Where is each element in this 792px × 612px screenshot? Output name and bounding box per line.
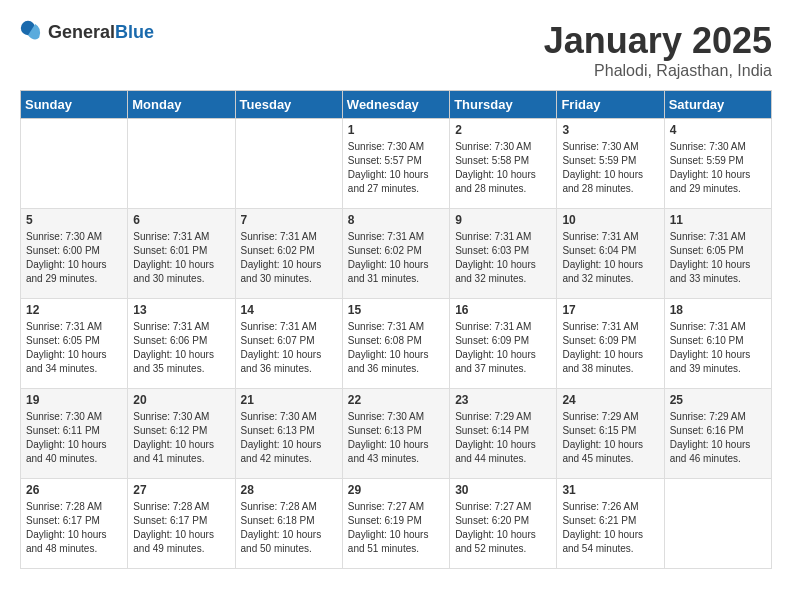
day-info: Sunrise: 7:30 AM Sunset: 5:58 PM Dayligh…: [455, 140, 551, 196]
day-info: Sunrise: 7:29 AM Sunset: 6:14 PM Dayligh…: [455, 410, 551, 466]
title-area: January 2025 Phalodi, Rajasthan, India: [544, 20, 772, 80]
calendar-week-row: 12Sunrise: 7:31 AM Sunset: 6:05 PM Dayli…: [21, 299, 772, 389]
day-info: Sunrise: 7:26 AM Sunset: 6:21 PM Dayligh…: [562, 500, 658, 556]
day-info: Sunrise: 7:30 AM Sunset: 6:12 PM Dayligh…: [133, 410, 229, 466]
day-info: Sunrise: 7:31 AM Sunset: 6:04 PM Dayligh…: [562, 230, 658, 286]
day-info: Sunrise: 7:29 AM Sunset: 6:16 PM Dayligh…: [670, 410, 766, 466]
calendar-table: SundayMondayTuesdayWednesdayThursdayFrid…: [20, 90, 772, 569]
day-info: Sunrise: 7:27 AM Sunset: 6:19 PM Dayligh…: [348, 500, 444, 556]
weekday-header-wednesday: Wednesday: [342, 91, 449, 119]
calendar-cell: 31Sunrise: 7:26 AM Sunset: 6:21 PM Dayli…: [557, 479, 664, 569]
day-info: Sunrise: 7:31 AM Sunset: 6:02 PM Dayligh…: [348, 230, 444, 286]
calendar-cell: 28Sunrise: 7:28 AM Sunset: 6:18 PM Dayli…: [235, 479, 342, 569]
day-info: Sunrise: 7:31 AM Sunset: 6:03 PM Dayligh…: [455, 230, 551, 286]
day-number: 30: [455, 483, 551, 497]
day-info: Sunrise: 7:28 AM Sunset: 6:17 PM Dayligh…: [26, 500, 122, 556]
calendar-cell: [21, 119, 128, 209]
calendar-cell: 18Sunrise: 7:31 AM Sunset: 6:10 PM Dayli…: [664, 299, 771, 389]
day-number: 9: [455, 213, 551, 227]
day-info: Sunrise: 7:27 AM Sunset: 6:20 PM Dayligh…: [455, 500, 551, 556]
day-number: 5: [26, 213, 122, 227]
day-info: Sunrise: 7:29 AM Sunset: 6:15 PM Dayligh…: [562, 410, 658, 466]
day-number: 27: [133, 483, 229, 497]
calendar-subtitle: Phalodi, Rajasthan, India: [544, 62, 772, 80]
day-info: Sunrise: 7:30 AM Sunset: 5:59 PM Dayligh…: [670, 140, 766, 196]
day-number: 11: [670, 213, 766, 227]
weekday-header-row: SundayMondayTuesdayWednesdayThursdayFrid…: [21, 91, 772, 119]
calendar-cell: 11Sunrise: 7:31 AM Sunset: 6:05 PM Dayli…: [664, 209, 771, 299]
calendar-cell: 13Sunrise: 7:31 AM Sunset: 6:06 PM Dayli…: [128, 299, 235, 389]
day-number: 3: [562, 123, 658, 137]
logo: GeneralBlue: [20, 20, 154, 44]
calendar-cell: 29Sunrise: 7:27 AM Sunset: 6:19 PM Dayli…: [342, 479, 449, 569]
day-number: 14: [241, 303, 337, 317]
weekday-header-friday: Friday: [557, 91, 664, 119]
calendar-cell: 16Sunrise: 7:31 AM Sunset: 6:09 PM Dayli…: [450, 299, 557, 389]
day-info: Sunrise: 7:31 AM Sunset: 6:06 PM Dayligh…: [133, 320, 229, 376]
day-info: Sunrise: 7:30 AM Sunset: 6:13 PM Dayligh…: [348, 410, 444, 466]
calendar-cell: 8Sunrise: 7:31 AM Sunset: 6:02 PM Daylig…: [342, 209, 449, 299]
calendar-cell: 9Sunrise: 7:31 AM Sunset: 6:03 PM Daylig…: [450, 209, 557, 299]
calendar-cell: 26Sunrise: 7:28 AM Sunset: 6:17 PM Dayli…: [21, 479, 128, 569]
logo-text-general: General: [48, 22, 115, 42]
day-info: Sunrise: 7:28 AM Sunset: 6:17 PM Dayligh…: [133, 500, 229, 556]
calendar-cell: 6Sunrise: 7:31 AM Sunset: 6:01 PM Daylig…: [128, 209, 235, 299]
day-number: 15: [348, 303, 444, 317]
day-info: Sunrise: 7:28 AM Sunset: 6:18 PM Dayligh…: [241, 500, 337, 556]
calendar-cell: 14Sunrise: 7:31 AM Sunset: 6:07 PM Dayli…: [235, 299, 342, 389]
calendar-cell: 1Sunrise: 7:30 AM Sunset: 5:57 PM Daylig…: [342, 119, 449, 209]
day-number: 7: [241, 213, 337, 227]
day-info: Sunrise: 7:31 AM Sunset: 6:10 PM Dayligh…: [670, 320, 766, 376]
day-info: Sunrise: 7:31 AM Sunset: 6:09 PM Dayligh…: [562, 320, 658, 376]
day-number: 23: [455, 393, 551, 407]
calendar-cell: 27Sunrise: 7:28 AM Sunset: 6:17 PM Dayli…: [128, 479, 235, 569]
day-info: Sunrise: 7:31 AM Sunset: 6:05 PM Dayligh…: [26, 320, 122, 376]
calendar-cell: 7Sunrise: 7:31 AM Sunset: 6:02 PM Daylig…: [235, 209, 342, 299]
calendar-week-row: 1Sunrise: 7:30 AM Sunset: 5:57 PM Daylig…: [21, 119, 772, 209]
calendar-cell: 12Sunrise: 7:31 AM Sunset: 6:05 PM Dayli…: [21, 299, 128, 389]
day-number: 10: [562, 213, 658, 227]
calendar-cell: 19Sunrise: 7:30 AM Sunset: 6:11 PM Dayli…: [21, 389, 128, 479]
day-info: Sunrise: 7:30 AM Sunset: 5:59 PM Dayligh…: [562, 140, 658, 196]
day-number: 13: [133, 303, 229, 317]
calendar-cell: 24Sunrise: 7:29 AM Sunset: 6:15 PM Dayli…: [557, 389, 664, 479]
day-info: Sunrise: 7:30 AM Sunset: 5:57 PM Dayligh…: [348, 140, 444, 196]
page-header: GeneralBlue January 2025 Phalodi, Rajast…: [20, 20, 772, 80]
day-number: 4: [670, 123, 766, 137]
day-info: Sunrise: 7:31 AM Sunset: 6:02 PM Dayligh…: [241, 230, 337, 286]
day-number: 24: [562, 393, 658, 407]
calendar-cell: 25Sunrise: 7:29 AM Sunset: 6:16 PM Dayli…: [664, 389, 771, 479]
calendar-cell: 20Sunrise: 7:30 AM Sunset: 6:12 PM Dayli…: [128, 389, 235, 479]
calendar-cell: 30Sunrise: 7:27 AM Sunset: 6:20 PM Dayli…: [450, 479, 557, 569]
day-number: 8: [348, 213, 444, 227]
weekday-header-sunday: Sunday: [21, 91, 128, 119]
calendar-cell: 21Sunrise: 7:30 AM Sunset: 6:13 PM Dayli…: [235, 389, 342, 479]
day-number: 28: [241, 483, 337, 497]
day-number: 16: [455, 303, 551, 317]
day-info: Sunrise: 7:31 AM Sunset: 6:08 PM Dayligh…: [348, 320, 444, 376]
calendar-cell: [664, 479, 771, 569]
day-info: Sunrise: 7:30 AM Sunset: 6:11 PM Dayligh…: [26, 410, 122, 466]
logo-text-blue: Blue: [115, 22, 154, 42]
day-number: 21: [241, 393, 337, 407]
calendar-cell: 17Sunrise: 7:31 AM Sunset: 6:09 PM Dayli…: [557, 299, 664, 389]
day-number: 26: [26, 483, 122, 497]
day-number: 1: [348, 123, 444, 137]
calendar-week-row: 26Sunrise: 7:28 AM Sunset: 6:17 PM Dayli…: [21, 479, 772, 569]
day-number: 29: [348, 483, 444, 497]
calendar-cell: 2Sunrise: 7:30 AM Sunset: 5:58 PM Daylig…: [450, 119, 557, 209]
day-number: 31: [562, 483, 658, 497]
weekday-header-monday: Monday: [128, 91, 235, 119]
logo-icon: [20, 20, 44, 44]
day-info: Sunrise: 7:31 AM Sunset: 6:09 PM Dayligh…: [455, 320, 551, 376]
day-info: Sunrise: 7:30 AM Sunset: 6:13 PM Dayligh…: [241, 410, 337, 466]
calendar-cell: [235, 119, 342, 209]
day-number: 6: [133, 213, 229, 227]
calendar-cell: 5Sunrise: 7:30 AM Sunset: 6:00 PM Daylig…: [21, 209, 128, 299]
day-number: 17: [562, 303, 658, 317]
day-number: 19: [26, 393, 122, 407]
calendar-cell: 22Sunrise: 7:30 AM Sunset: 6:13 PM Dayli…: [342, 389, 449, 479]
calendar-cell: 3Sunrise: 7:30 AM Sunset: 5:59 PM Daylig…: [557, 119, 664, 209]
calendar-cell: 15Sunrise: 7:31 AM Sunset: 6:08 PM Dayli…: [342, 299, 449, 389]
day-info: Sunrise: 7:31 AM Sunset: 6:07 PM Dayligh…: [241, 320, 337, 376]
